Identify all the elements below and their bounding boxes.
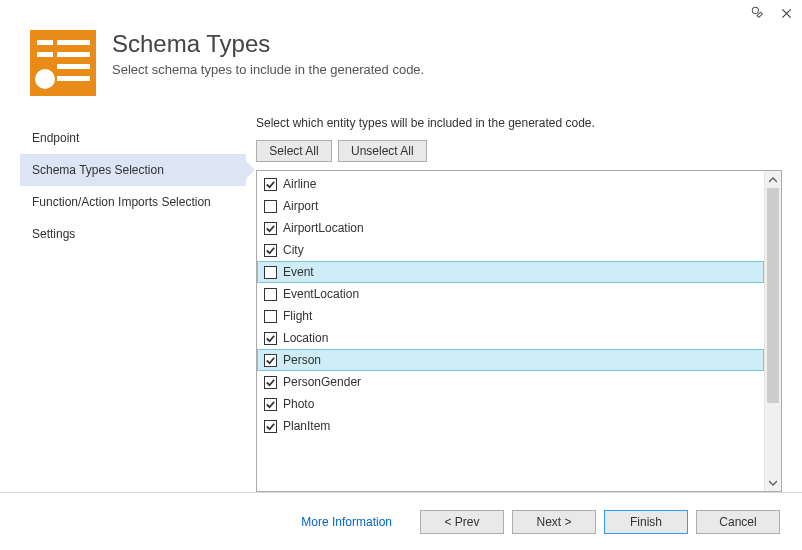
entity-row[interactable]: Flight	[257, 305, 764, 327]
entity-checkbox[interactable]	[264, 354, 277, 367]
instruction-text: Select which entity types will be includ…	[256, 116, 782, 130]
entity-label: Airline	[283, 177, 316, 191]
scroll-up-icon[interactable]	[765, 171, 781, 188]
page-subtitle: Select schema types to include in the ge…	[112, 62, 424, 77]
sidebar-item[interactable]: Settings	[20, 218, 246, 250]
scroll-down-icon[interactable]	[765, 474, 781, 491]
svg-point-0	[752, 7, 758, 13]
cancel-button[interactable]: Cancel	[696, 510, 780, 534]
entity-label: Location	[283, 331, 328, 345]
entity-row[interactable]: Airport	[257, 195, 764, 217]
entity-checkbox[interactable]	[264, 310, 277, 323]
wizard-sidebar: EndpointSchema Types SelectionFunction/A…	[20, 116, 246, 492]
sidebar-item[interactable]: Endpoint	[20, 122, 246, 154]
entity-row[interactable]: AirportLocation	[257, 217, 764, 239]
entity-label: EventLocation	[283, 287, 359, 301]
sidebar-item-label: Schema Types Selection	[32, 163, 164, 177]
entity-label: Airport	[283, 199, 318, 213]
sidebar-item-label: Function/Action Imports Selection	[32, 195, 211, 209]
select-all-button[interactable]: Select All	[256, 140, 332, 162]
entity-checkbox[interactable]	[264, 244, 277, 257]
entity-checkbox[interactable]	[264, 398, 277, 411]
entity-row[interactable]: City	[257, 239, 764, 261]
sidebar-item[interactable]: Schema Types Selection	[20, 154, 246, 186]
sidebar-item[interactable]: Function/Action Imports Selection	[20, 186, 246, 218]
scrollbar-thumb[interactable]	[767, 188, 779, 403]
entity-row[interactable]: EventLocation	[257, 283, 764, 305]
entity-checkbox[interactable]	[264, 288, 277, 301]
entity-label: AirportLocation	[283, 221, 364, 235]
entity-checkbox[interactable]	[264, 222, 277, 235]
entity-checkbox[interactable]	[264, 376, 277, 389]
finish-button[interactable]: Finish	[604, 510, 688, 534]
entity-row[interactable]: Location	[257, 327, 764, 349]
entity-checkbox[interactable]	[264, 266, 277, 279]
entity-label: Event	[283, 265, 314, 279]
close-icon[interactable]	[778, 5, 794, 21]
entity-label: PlanItem	[283, 419, 330, 433]
next-button[interactable]: Next >	[512, 510, 596, 534]
entity-row[interactable]: Event	[257, 261, 764, 283]
entity-label: City	[283, 243, 304, 257]
entity-row[interactable]: PersonGender	[257, 371, 764, 393]
sidebar-item-label: Endpoint	[32, 131, 79, 145]
entity-checkbox[interactable]	[264, 178, 277, 191]
entity-list: AirlineAirportAirportLocationCityEventEv…	[256, 170, 782, 492]
entity-row[interactable]: PlanItem	[257, 415, 764, 437]
entity-label: Photo	[283, 397, 314, 411]
schema-types-icon	[30, 30, 96, 96]
entity-label: Person	[283, 353, 321, 367]
more-information-link[interactable]: More Information	[301, 515, 392, 529]
feedback-icon[interactable]	[750, 5, 766, 21]
entity-row[interactable]: Person	[257, 349, 764, 371]
prev-button[interactable]: < Prev	[420, 510, 504, 534]
entity-checkbox[interactable]	[264, 332, 277, 345]
entity-checkbox[interactable]	[264, 420, 277, 433]
entity-label: Flight	[283, 309, 312, 323]
page-title: Schema Types	[112, 30, 424, 58]
entity-row[interactable]: Airline	[257, 173, 764, 195]
sidebar-item-label: Settings	[32, 227, 75, 241]
entity-row[interactable]: Photo	[257, 393, 764, 415]
scrollbar[interactable]	[764, 171, 781, 491]
unselect-all-button[interactable]: Unselect All	[338, 140, 427, 162]
entity-label: PersonGender	[283, 375, 361, 389]
entity-checkbox[interactable]	[264, 200, 277, 213]
